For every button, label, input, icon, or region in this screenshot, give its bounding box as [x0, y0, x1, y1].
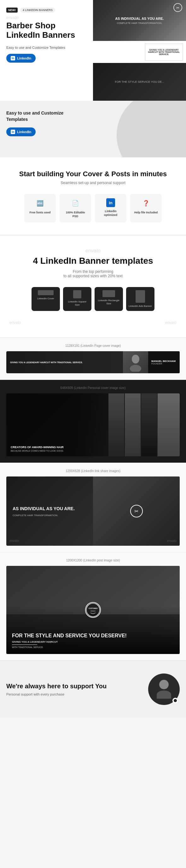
templates-description: From the top performing to all supported… [6, 270, 180, 278]
linkedin-button-label-2: LinkedIn [17, 130, 31, 134]
linkedin-cover-648-preview: CREATORS OF AWARD-WINNING HAIR BECAUSE W… [6, 394, 180, 456]
link-1200-title: AS INDIVIDUAL AS YOU ARE. [12, 506, 87, 512]
img-col-3 [141, 394, 157, 456]
square-icon [73, 290, 81, 298]
avatar-face [155, 680, 174, 699]
img-col-1 [108, 394, 124, 456]
feature-item-fonts: 🔤 Free fonts used [24, 194, 56, 222]
psd-icon: 📄 [70, 198, 80, 208]
watermark-row: envato envato [6, 320, 180, 325]
feature-item-linkedin: in Linkedin optimized [95, 194, 126, 222]
badge-svg: CUSTOMER WINNER [86, 603, 100, 617]
cover-648-title: CREATORS OF AWARD-WINNING HAIR [11, 446, 64, 449]
hero-title: Barber Shop LinkedIn Banners [6, 21, 87, 40]
cover-648-text: CREATORS OF AWARD-WINNING HAIR BECAUSE W… [11, 446, 64, 452]
link-1200-left: AS INDIVIDUAL AS YOU ARE. COMPLETE HAIR … [6, 499, 93, 523]
scissors-circle-icon: ✂ [174, 3, 182, 12]
gray-content: Easy to use and Customize Templates in L… [6, 110, 76, 136]
feature-label-psd: 100% Editable PSD [63, 211, 88, 218]
hero-preview-top: AS INDIVIDUAL AS YOU ARE. COMPLETE HAIR … [93, 0, 186, 41]
avatar-body [157, 690, 171, 699]
linkedin-icon: in [11, 56, 15, 60]
hero-description: Easy to use and Customize Templates [6, 45, 87, 50]
banner-size-label-1128: 1128X191 (LinkedIn Page cover image) [6, 344, 180, 347]
post-content: FOR THE STYLE AND SERVICE YOU DESERVE! G… [12, 632, 174, 648]
cover-1128-left: GIVING YOU A LEGENDARY HAIRCUT WITH TRAD… [6, 351, 123, 373]
banner-section-1128: 1128X191 (LinkedIn Page cover image) GIV… [0, 338, 186, 380]
hero-preview-bottom: FOR THE STYLE SERVICE YOU DE... [93, 63, 186, 101]
template-type-label-square: LinkedIn Square Size [65, 300, 89, 307]
support-description: Personal support with every purchase [6, 692, 142, 696]
svg-point-2 [132, 355, 139, 364]
linkedin-icon-2: in [11, 130, 15, 134]
support-avatar [148, 674, 180, 705]
envato-watermark-top: envato [6, 248, 180, 254]
linkedin-link-1200-preview: AS INDIVIDUAL AS YOU ARE. COMPLETE HAIR … [6, 476, 180, 546]
hero-sub-1: COMPLETE HAIR TRANSFORMATION. [117, 22, 162, 25]
rectangle-icon [103, 290, 115, 297]
cover-person-role: FOUNDER [151, 363, 177, 365]
features-grid: 🔤 Free fonts used 📄 100% Editable PSD in… [6, 194, 180, 222]
fonts-icon: 🔤 [35, 198, 45, 208]
features-subtitle: Seamless set-up and personal support [6, 181, 180, 185]
cover-648-images [108, 394, 180, 456]
hero-slogan-1: AS INDIVIDUAL AS YOU ARE. [115, 17, 164, 21]
template-type-square: LinkedIn Square Size [63, 287, 91, 311]
dot-inner [174, 699, 177, 702]
features-section: Start building Your Cover & Posts in min… [0, 157, 186, 235]
cover-648-sub: BECAUSE WORLD COMES NEED TO LOOK GOOD. [11, 450, 64, 452]
template-type-cover: LinkedIn Cover [31, 287, 60, 311]
help-icon: ❓ [141, 198, 151, 208]
hero-preview-mid: GIVING YOU A LEGENDARY HAIRCUT WITH TRAD… [145, 43, 183, 61]
template-types-grid: LinkedIn Cover LinkedIn Square Size Link… [6, 287, 180, 311]
cover-1128-title: GIVING YOU A LEGENDARY HAIRCUT WITH TRAD… [10, 361, 119, 364]
templates-section: envato 4 LinkedIn Banner templates From … [0, 236, 186, 337]
linkedin-button[interactable]: in LinkedIn [6, 54, 36, 63]
support-title: We're always here to support You [6, 682, 142, 690]
template-type-rectangle: LinkedIn Rectangle Size [95, 287, 123, 311]
template-type-label-ads: LinkedIn Ads Banner [129, 305, 152, 308]
template-type-ads: LinkedIn Ads Banner [126, 287, 155, 311]
cover-1128-center-image [123, 351, 148, 373]
banner-section-1200link: 1200X628 (LinkedIn link share images) AS… [0, 463, 186, 552]
link-1200-right: ✂ [93, 476, 180, 546]
watermark-left: envato [9, 320, 21, 325]
linkedin-post-1200-preview: CUSTOMER WINNER FOR THE STYLE AND SERVIC… [6, 566, 180, 654]
img-col-2 [125, 394, 141, 456]
template-type-label-rectangle: LinkedIn Rectangle Size [97, 299, 121, 306]
cover-icon [38, 290, 54, 295]
feature-item-psd: 📄 100% Editable PSD [60, 194, 91, 222]
hero-right: AS INDIVIDUAL AS YOU ARE. COMPLETE HAIR … [93, 0, 186, 101]
svg-point-4 [86, 603, 100, 617]
hero-slogan-3: FOR THE STYLE SERVICE YOU DE... [115, 80, 164, 84]
linkedin-cover-1128-preview: GIVING YOU A LEGENDARY HAIRCUT WITH TRAD… [6, 351, 180, 373]
notification-dot [172, 698, 178, 704]
feature-label-help: Help file Included [134, 211, 158, 215]
link-1200-subtitle: COMPLETE HAIR TRANSFORMATION. [12, 514, 87, 517]
barber-svg [128, 353, 143, 372]
banner-section-648: 648X609 (LinkedIn Personal cover image s… [0, 380, 186, 463]
linkedin-feature-icon: in [106, 198, 115, 207]
svg-text:✂: ✂ [176, 6, 179, 10]
feature-label-fonts: Free fonts used [29, 211, 50, 215]
feature-item-help: ❓ Help file Included [130, 194, 162, 222]
svg-text:WINNER: WINNER [90, 610, 96, 612]
new-tag: NEW! [6, 7, 18, 12]
post-underline-decoration [12, 645, 37, 645]
linkedin-button-2[interactable]: in LinkedIn [6, 127, 36, 136]
hero-slogan-2: GIVING YOU A LEGENDARY HAIRCUT WITH TRAD… [147, 49, 181, 55]
banner-size-label-1200link: 1200X628 (LinkedIn link share images) [6, 469, 180, 473]
gray-customize-section: Easy to use and Customize Templates in L… [0, 101, 186, 157]
hero-section: NEW! 4 LINKEDIN BANNERS envato Barber Sh… [0, 0, 186, 101]
templates-title: 4 LinkedIn Banner templates [6, 255, 180, 266]
features-title: Start building Your Cover & Posts in min… [6, 170, 180, 178]
template-type-label-cover: LinkedIn Cover [37, 297, 54, 300]
ads-icon [136, 290, 145, 303]
new-badge: NEW! 4 LINKEDIN BANNERS [6, 7, 87, 12]
envato-watermark-img-left: envato [9, 539, 19, 542]
post-main-title: FOR THE STYLE AND SERVICE YOU DESERVE! [12, 632, 174, 639]
banner-size-label-648: 648X609 (LinkedIn Personal cover image s… [6, 386, 180, 390]
feature-label-linkedin: Linkedin optimized [98, 210, 123, 217]
scissors-lg-icon: ✂ [130, 505, 143, 518]
support-left: We're always here to support You Persona… [6, 682, 142, 696]
